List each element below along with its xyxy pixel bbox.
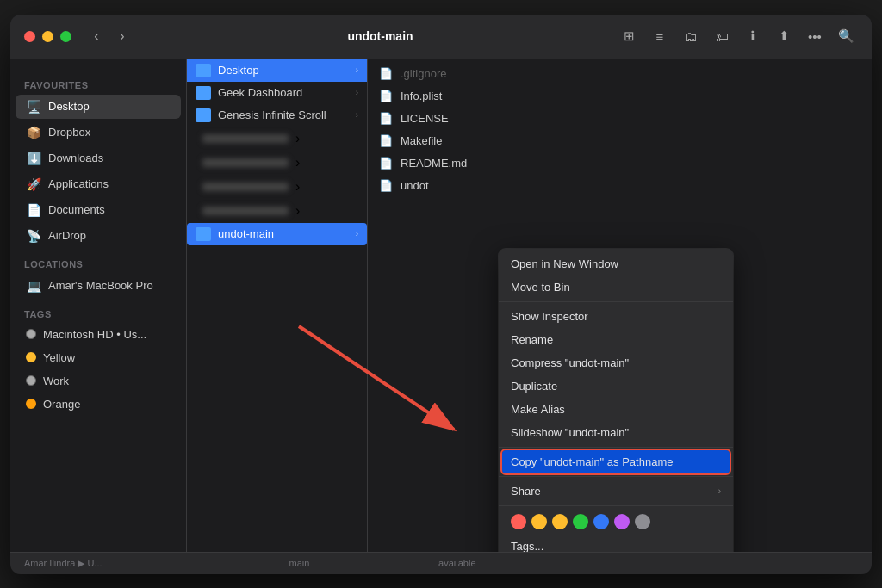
geek-chevron-icon: ›	[356, 88, 358, 97]
sidebar-item-documents[interactable]: 📄 Documents	[16, 198, 181, 222]
license-icon: 📄	[378, 111, 394, 127]
ctx-tag-green[interactable]	[573, 514, 588, 529]
ctx-share[interactable]: Share ›	[499, 480, 733, 503]
file-infoplist[interactable]: 📄 Info.plist	[368, 85, 872, 108]
ctx-slideshow[interactable]: Slideshow "undot-main"	[499, 421, 733, 444]
more-button[interactable]: •••	[803, 24, 827, 48]
ctx-show-inspector[interactable]: Show Inspector	[499, 305, 733, 328]
finder-window: ‹ › undot-main ⊞ ≡ 🗂 🏷 ℹ ⬆ ••• 🔍 Favouri…	[10, 15, 872, 574]
undot-chevron-icon: ›	[356, 229, 358, 238]
ctx-tags-item[interactable]: Tags...	[499, 535, 733, 552]
share-button[interactable]: ⬆	[772, 24, 796, 48]
makefile-icon: 📄	[378, 133, 394, 149]
desktop-folder-icon	[196, 64, 211, 77]
desktop-icon: 🖥️	[26, 99, 41, 115]
info-button[interactable]: ℹ	[741, 24, 765, 48]
nav-buttons: ‹ ›	[85, 25, 134, 47]
sort-button[interactable]: ≡	[648, 24, 672, 48]
sidebar-item-downloads[interactable]: ⬇️ Downloads	[16, 146, 181, 170]
close-button[interactable]	[24, 31, 35, 42]
file-gitignore[interactable]: 📄 .gitignore	[368, 63, 872, 85]
col1-blurred4[interactable]: ›	[187, 199, 367, 223]
sidebar-item-macintosh-tag[interactable]: Macintosh HD • Us...	[16, 324, 181, 345]
sidebar-item-dropbox[interactable]: 📦 Dropbox	[16, 121, 181, 145]
ctx-tag-purple[interactable]	[614, 514, 630, 529]
statusbar-text: Amar Ilindra ▶ U... main available	[24, 558, 476, 569]
minimize-button[interactable]	[42, 31, 53, 42]
file-license[interactable]: 📄 LICENSE	[368, 108, 872, 130]
blurred2-text	[202, 158, 289, 167]
ctx-copy-pathname-label: Copy "undot-main" as Pathname	[511, 455, 673, 468]
search-button[interactable]: 🔍	[834, 24, 858, 48]
blurred1-chevron-icon: ›	[295, 131, 300, 146]
ctx-divider-4	[499, 505, 733, 506]
gitignore-label: .gitignore	[401, 67, 446, 80]
ctx-make-alias[interactable]: Make Alias	[499, 398, 733, 421]
sidebar-item-downloads-label: Downloads	[48, 152, 103, 164]
ctx-tag-gray[interactable]	[635, 514, 650, 529]
ctx-rename[interactable]: Rename	[499, 328, 733, 351]
ctx-move-to-bin[interactable]: Move to Bin	[499, 275, 733, 299]
file-readme[interactable]: 📄 README.md	[368, 152, 872, 175]
readme-icon: 📄	[378, 156, 394, 171]
titlebar: ‹ › undot-main ⊞ ≡ 🗂 🏷 ℹ ⬆ ••• 🔍	[10, 15, 872, 59]
undot-folder-icon	[196, 227, 211, 241]
ctx-tag-colors	[499, 509, 733, 535]
sidebar-item-desktop[interactable]: 🖥️ Desktop	[16, 95, 181, 119]
readme-label: README.md	[401, 157, 467, 170]
ctx-tag-blue[interactable]	[593, 514, 609, 529]
geek-folder-icon	[196, 86, 211, 100]
window-title: undot-main	[144, 29, 617, 43]
ctx-divider-2	[499, 447, 733, 448]
col1-blurred3[interactable]: ›	[187, 175, 367, 199]
blurred3-chevron-icon: ›	[295, 179, 300, 195]
traffic-lights	[24, 31, 71, 42]
ctx-rename-label: Rename	[511, 333, 553, 346]
col1-undot-main[interactable]: undot-main ›	[187, 223, 367, 245]
blurred4-chevron-icon: ›	[295, 203, 300, 219]
ctx-tags-label: Tags...	[511, 540, 543, 552]
gitignore-icon: 📄	[378, 66, 394, 82]
ctx-compress[interactable]: Compress "undot-main"	[499, 351, 733, 374]
ctx-open-new-window-label: Open in New Window	[511, 257, 618, 270]
license-label: LICENSE	[401, 112, 449, 125]
file-undot[interactable]: 📄 undot	[368, 175, 872, 197]
col1-genesis[interactable]: Genesis Infinite Scroll ›	[187, 104, 367, 127]
ctx-tag-red[interactable]	[511, 514, 526, 529]
genesis-chevron-icon: ›	[356, 110, 358, 120]
col1-blurred2[interactable]: ›	[187, 151, 367, 175]
tag-button[interactable]: 🏷	[710, 24, 734, 48]
col1-desktop[interactable]: Desktop ›	[187, 59, 367, 82]
folder-button[interactable]: 🗂	[679, 24, 703, 48]
view-toggle-button[interactable]: ⊞	[617, 24, 641, 48]
ctx-slideshow-label: Slideshow "undot-main"	[511, 426, 629, 439]
ctx-copy-pathname[interactable]: Copy "undot-main" as Pathname	[502, 450, 730, 473]
back-button[interactable]: ‹	[85, 25, 108, 47]
col1-blurred1[interactable]: ›	[187, 127, 367, 151]
sidebar-item-airdrop[interactable]: 📡 AirDrop	[16, 224, 181, 248]
sidebar-item-work-tag[interactable]: Work	[16, 370, 181, 392]
sidebar-item-macbook[interactable]: 💻 Amar's MacBook Pro	[16, 274, 181, 298]
forward-button[interactable]: ›	[111, 25, 134, 47]
sidebar-item-yellow-label: Yellow	[43, 351, 75, 364]
content-area: Desktop › Geek Dashboard › Genesis Infin…	[187, 59, 872, 552]
ctx-open-new-window[interactable]: Open in New Window	[499, 252, 733, 275]
favourites-label: Favourites	[10, 77, 186, 94]
orange-tag-dot	[26, 399, 36, 409]
downloads-icon: ⬇️	[26, 151, 41, 166]
sidebar-item-orange-tag[interactable]: Orange	[16, 393, 181, 415]
ctx-tag-orange[interactable]	[531, 514, 547, 529]
ctx-share-label: Share	[511, 485, 541, 498]
context-menu: Open in New Window Move to Bin Show Insp…	[499, 249, 733, 552]
ctx-divider-3	[499, 476, 733, 477]
genesis-folder-icon	[196, 108, 211, 122]
sidebar-item-yellow-tag[interactable]: Yellow	[16, 347, 181, 368]
file-makefile[interactable]: 📄 Makefile	[368, 130, 872, 152]
ctx-share-chevron-icon: ›	[718, 486, 721, 496]
ctx-duplicate[interactable]: Duplicate	[499, 374, 733, 398]
maximize-button[interactable]	[60, 31, 71, 42]
col1-geek[interactable]: Geek Dashboard ›	[187, 82, 367, 104]
col1-undot-label: undot-main	[218, 227, 274, 240]
sidebar-item-applications[interactable]: 🚀 Applications	[16, 172, 181, 196]
ctx-tag-yellow[interactable]	[552, 514, 568, 529]
